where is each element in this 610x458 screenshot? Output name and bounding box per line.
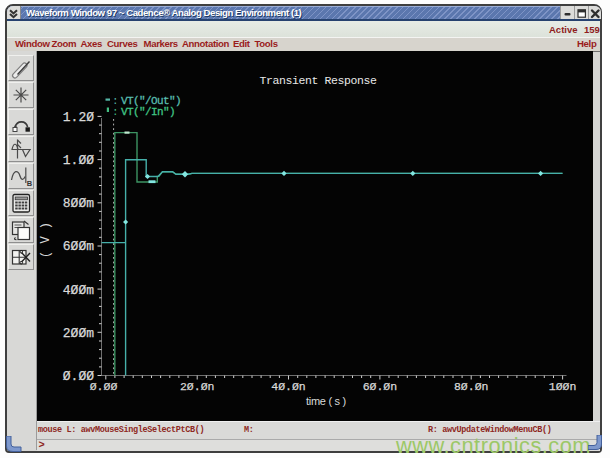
svg-text:( V ): ( V ) [39, 222, 53, 258]
svg-text:4Ø.Øn: 4Ø.Øn [271, 380, 306, 393]
svg-text:8ØØm: 8ØØm [63, 196, 94, 211]
svg-text:1ØØn: 1ØØn [549, 380, 577, 393]
svg-text:8Ø.Øn: 8Ø.Øn [454, 380, 489, 393]
svg-text:1.ØØ: 1.ØØ [63, 153, 94, 168]
svg-text::: : [112, 106, 119, 118]
svg-text:B: B [27, 179, 33, 188]
svg-text:4ØØm: 4ØØm [63, 283, 94, 298]
svg-text:VT("/In"): VT("/In") [121, 106, 175, 118]
svg-text:VT("/Out"): VT("/Out") [121, 95, 181, 107]
svg-text:Ø.ØØ: Ø.ØØ [90, 380, 118, 393]
svg-text:Transient Response: Transient Response [259, 74, 377, 87]
svg-text:time ( s ): time ( s ) [306, 395, 346, 407]
svg-text:1.2Ø: 1.2Ø [63, 110, 94, 125]
svg-text::: : [112, 95, 119, 107]
svg-text:2ØØm: 2ØØm [63, 326, 94, 341]
svg-text:2Ø.Øn: 2Ø.Øn [180, 380, 215, 393]
svg-text:6ØØm: 6ØØm [63, 239, 94, 254]
svg-text:6Ø.Øn: 6Ø.Øn [363, 380, 398, 393]
